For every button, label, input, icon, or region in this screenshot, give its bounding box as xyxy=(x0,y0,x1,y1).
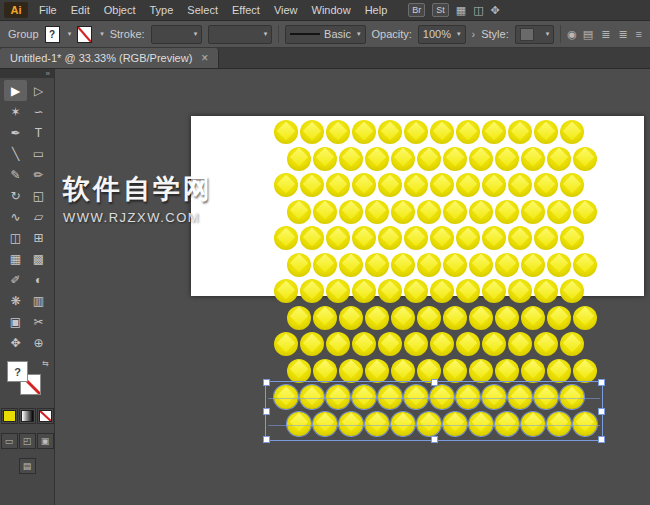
tool-symbol-sprayer[interactable]: ❋ xyxy=(4,290,27,311)
pattern-dot[interactable] xyxy=(417,253,441,277)
menu-select[interactable]: Select xyxy=(180,0,225,20)
selection-handle[interactable] xyxy=(431,379,438,386)
pattern-dot[interactable] xyxy=(430,226,454,250)
pattern-dot[interactable] xyxy=(495,147,519,171)
pattern-dot[interactable] xyxy=(573,147,597,171)
pattern-dot[interactable] xyxy=(573,200,597,224)
pattern-dot[interactable] xyxy=(534,226,558,250)
canvas[interactable]: 软件自学网 WWW.RJZXW.COM xyxy=(55,69,650,505)
pattern-dot[interactable] xyxy=(300,120,324,144)
pattern-dot[interactable] xyxy=(560,173,584,197)
align-vertical-icon[interactable]: ≣ xyxy=(618,28,627,41)
pattern-dot[interactable] xyxy=(287,253,311,277)
tool-rectangle[interactable]: ▭ xyxy=(27,143,50,164)
pattern-dot[interactable] xyxy=(456,332,480,356)
bridge-button[interactable]: Br xyxy=(408,3,425,17)
tool-blend[interactable]: ◐ xyxy=(27,269,50,290)
pattern-dot[interactable] xyxy=(391,200,415,224)
pattern-dot[interactable] xyxy=(365,306,389,330)
tool-perspective-grid[interactable]: ⊞ xyxy=(27,227,50,248)
pattern-dot[interactable] xyxy=(274,120,298,144)
style-dropdown[interactable]: ▾ xyxy=(515,25,555,44)
tool-rotate[interactable]: ↻ xyxy=(4,185,27,206)
pattern-dot[interactable] xyxy=(573,306,597,330)
tool-gradient[interactable]: ▩ xyxy=(27,248,50,269)
pattern-dot[interactable] xyxy=(456,173,480,197)
pattern-dot[interactable] xyxy=(417,306,441,330)
tool-free-transform[interactable]: ▱ xyxy=(27,206,50,227)
tool-type[interactable]: T xyxy=(27,122,50,143)
pattern-dot[interactable] xyxy=(352,120,376,144)
pattern-dot[interactable] xyxy=(560,279,584,303)
none-button[interactable] xyxy=(37,408,54,424)
selection-handle[interactable] xyxy=(598,408,605,415)
opacity-dropdown[interactable]: 100% ▾ xyxy=(418,25,466,44)
selection-handle[interactable] xyxy=(431,436,438,443)
pattern-dot[interactable] xyxy=(300,279,324,303)
pattern-dot[interactable] xyxy=(339,253,363,277)
distribute-icon[interactable]: ≡ xyxy=(636,28,642,40)
gradient-button[interactable] xyxy=(19,408,36,424)
pattern-dot[interactable] xyxy=(482,226,506,250)
fill-box[interactable]: ? xyxy=(7,361,28,382)
pattern-dot[interactable] xyxy=(469,359,493,383)
draw-inside-button[interactable]: ▣ xyxy=(37,433,54,449)
pattern-dot[interactable] xyxy=(482,173,506,197)
pattern-dot[interactable] xyxy=(547,306,571,330)
pattern-dot[interactable] xyxy=(313,359,337,383)
pattern-dot[interactable] xyxy=(430,279,454,303)
pattern-dot[interactable] xyxy=(482,120,506,144)
align-horizontal-icon[interactable]: ≣ xyxy=(601,28,610,41)
pattern-dot[interactable] xyxy=(430,120,454,144)
width-profile-dropdown[interactable]: ▾ xyxy=(208,25,272,44)
pattern-dot[interactable] xyxy=(456,226,480,250)
menu-view[interactable]: View xyxy=(267,0,305,20)
pattern-dot[interactable] xyxy=(469,200,493,224)
pattern-dot[interactable] xyxy=(534,173,558,197)
pattern-dot[interactable] xyxy=(300,332,324,356)
pattern-dot[interactable] xyxy=(443,306,467,330)
pattern-dot[interactable] xyxy=(352,173,376,197)
pattern-dot[interactable] xyxy=(508,332,532,356)
pattern-dot[interactable] xyxy=(482,279,506,303)
pattern-dot[interactable] xyxy=(287,200,311,224)
pattern-dot[interactable] xyxy=(534,279,558,303)
stroke-none-swatch[interactable] xyxy=(77,26,92,43)
tool-zoom[interactable]: ⊕ xyxy=(27,332,50,353)
draw-behind-button[interactable]: ◰ xyxy=(19,433,36,449)
pattern-dot[interactable] xyxy=(521,253,545,277)
arrange-documents-icon[interactable]: ▦ xyxy=(456,0,466,20)
pattern-dot[interactable] xyxy=(391,253,415,277)
pattern-dot[interactable] xyxy=(326,332,350,356)
tool-eyedropper[interactable]: ✐ xyxy=(4,269,27,290)
pattern-dot[interactable] xyxy=(573,359,597,383)
tool-shape-builder[interactable]: ◫ xyxy=(4,227,27,248)
pattern-dot[interactable] xyxy=(300,173,324,197)
menu-edit[interactable]: Edit xyxy=(64,0,97,20)
pattern-dot[interactable] xyxy=(274,173,298,197)
pattern-dot[interactable] xyxy=(339,147,363,171)
pattern-dot[interactable] xyxy=(391,147,415,171)
pattern-dot[interactable] xyxy=(313,200,337,224)
pattern-dot[interactable] xyxy=(495,306,519,330)
pattern-dot[interactable] xyxy=(391,306,415,330)
tool-line-segment[interactable]: ╲ xyxy=(4,143,27,164)
pattern-dot[interactable] xyxy=(521,200,545,224)
pattern-dot[interactable] xyxy=(495,200,519,224)
pattern-dot[interactable] xyxy=(430,332,454,356)
selection-handle[interactable] xyxy=(263,408,270,415)
pattern-dot[interactable] xyxy=(378,226,402,250)
pattern-dot[interactable] xyxy=(456,120,480,144)
tool-direct-selection[interactable]: ▷ xyxy=(27,80,50,101)
tool-width[interactable]: ∿ xyxy=(4,206,27,227)
pattern-dot[interactable] xyxy=(404,226,428,250)
fill-dropdown-arrow-icon[interactable]: ▾ xyxy=(68,30,72,38)
tool-artboard[interactable]: ▣ xyxy=(4,311,27,332)
pattern-dot[interactable] xyxy=(300,226,324,250)
pattern-dot[interactable] xyxy=(495,359,519,383)
pattern-dot[interactable] xyxy=(404,332,428,356)
pattern-dot[interactable] xyxy=(495,253,519,277)
pattern-dot[interactable] xyxy=(326,279,350,303)
pattern-dot[interactable] xyxy=(456,279,480,303)
tool-paintbrush[interactable]: ✎ xyxy=(4,164,27,185)
